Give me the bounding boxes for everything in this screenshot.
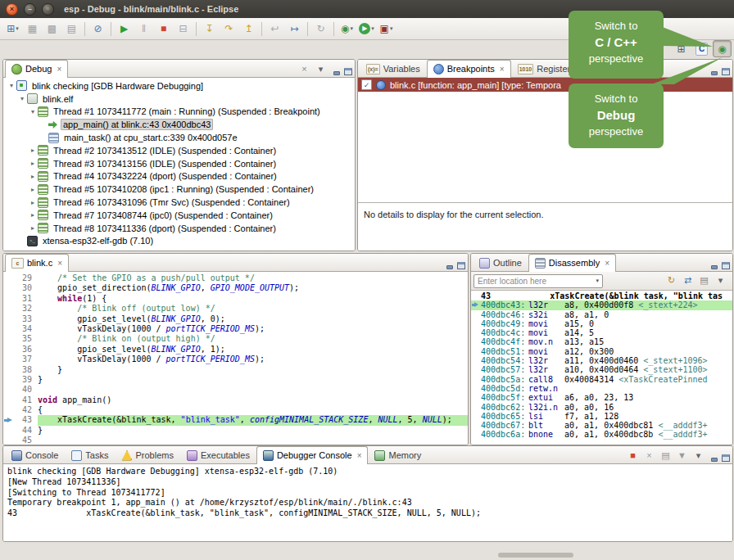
disassembly-listing[interactable]: 43 xTaskCreate(&blink_task, "blink_tas40…: [471, 291, 732, 445]
disassembly-instruction[interactable]: 400dbc5f:extuia6, a0, 23, 13: [471, 393, 732, 402]
debug-tree-item[interactable]: ▾blink.elf: [3, 93, 355, 106]
disassembly-instruction[interactable]: 400dbc62:l32i.na0, a0, 16: [471, 403, 732, 412]
remove-all-terminated-button[interactable]: ×: [297, 62, 311, 75]
code-line[interactable]: 36 gpio_set_level(BLINK_GPIO, 1);: [3, 345, 468, 355]
window-close-button[interactable]: [6, 3, 18, 16]
disassembly-instruction[interactable]: 400dbc51:movia12, 0x300: [471, 347, 732, 356]
tab-debug[interactable]: Debug×: [5, 60, 68, 78]
tree-expander-icon[interactable]: ▸: [28, 186, 38, 193]
disassembly-instruction[interactable]: 400dbc6a:bnonea0, a1, 0x400dbc8b<__adddf…: [471, 430, 732, 439]
tree-expander-icon[interactable]: ▸: [28, 160, 38, 167]
dropdown-arrow-icon[interactable]: ▾: [390, 25, 393, 32]
code-line[interactable]: 41void app_main(): [3, 395, 468, 405]
external-tools-button[interactable]: ▣▾: [377, 20, 396, 38]
restart-button[interactable]: ↻: [311, 20, 330, 38]
debug-tree-item[interactable]: ▸Thread #7 1073408744 (ipc0) (Suspended …: [3, 209, 355, 222]
code-line[interactable]: 30 gpio_set_direction(BLINK_GPIO, GPIO_M…: [3, 283, 468, 293]
instruction-stepping-button[interactable]: ↦: [285, 20, 304, 38]
window-minimize-button[interactable]: [24, 3, 36, 16]
new-wizard-button[interactable]: ⊞▾: [3, 20, 22, 38]
disconnect-button[interactable]: ⊟: [174, 20, 193, 38]
breakpoint-checkbox[interactable]: [361, 79, 372, 90]
tab-breakpoints[interactable]: Breakpoints×: [427, 60, 511, 78]
tab-problems[interactable]: Problems: [115, 446, 179, 463]
disassembly-instruction[interactable]: 400dbc4f:mov.na13, a15: [471, 337, 732, 346]
maximize-view-button[interactable]: [722, 262, 730, 269]
debug-tree-item[interactable]: ▸Thread #4 1073432224 (dport) (Suspended…: [3, 170, 355, 183]
disassembly-instruction[interactable]: 400dbc54:l32ra11, 0x400d0460<_stext+1096…: [471, 356, 732, 365]
tab-outline[interactable]: Outline: [473, 254, 528, 271]
minimize-view-button[interactable]: [710, 262, 718, 269]
debug-tree-item[interactable]: ▸Thread #8 1073411336 (dport) (Suspended…: [3, 222, 355, 235]
chevron-down-icon[interactable]: ▾: [596, 278, 599, 284]
view-menu-button[interactable]: ▾: [714, 273, 727, 287]
disassembly-instruction[interactable]: 400dbc65:lsif7, a1, 128: [471, 412, 732, 421]
maximize-view-button[interactable]: [722, 68, 730, 75]
disassembly-source-line[interactable]: 43 xTaskCreate(&blink_task, "blink_tas: [471, 291, 732, 300]
dropdown-arrow-icon[interactable]: ▾: [16, 25, 19, 32]
refresh-button[interactable]: ↻: [664, 273, 678, 287]
tree-expander-icon[interactable]: ▸: [28, 173, 38, 180]
minimize-view-button[interactable]: [446, 262, 454, 269]
console-output[interactable]: blink checking [GDB Hardware Debugging] …: [3, 464, 732, 541]
run-button[interactable]: ▶▾: [357, 20, 376, 38]
tab-console[interactable]: Console: [5, 446, 65, 463]
window-maximize-button[interactable]: [42, 3, 54, 16]
step-return-button[interactable]: ↥: [239, 20, 258, 38]
tree-expander-icon[interactable]: ▸: [28, 199, 38, 206]
skip-all-breakpoints-button[interactable]: ⊘: [88, 20, 107, 38]
debug-tree-item[interactable]: main_task() at cpu_start.c:339 0x400d057…: [3, 131, 355, 144]
code-line[interactable]: 35 /* Blink on (output high) */: [3, 334, 468, 344]
code-line[interactable]: 33 gpio_set_level(BLINK_GPIO, 0);: [3, 314, 468, 324]
disassembly-instruction[interactable]: 400dbc43:l32ra8, 0x400d00f8<_stext+224>: [471, 300, 732, 309]
minimize-view-button[interactable]: [333, 68, 341, 75]
disassembly-instruction[interactable]: 400dbc49:movia15, 0: [471, 319, 732, 328]
code-line[interactable]: 39}: [3, 375, 468, 385]
suspend-button[interactable]: ‖: [134, 20, 153, 38]
disassembly-instruction[interactable]: 400dbc5d:retw.n: [471, 384, 732, 393]
save-all-button[interactable]: ▩: [43, 20, 61, 38]
close-tab-icon[interactable]: ×: [57, 65, 61, 74]
step-into-button[interactable]: ↧: [200, 20, 219, 38]
code-line[interactable]: 43 xTaskCreate(&blink_task, "blink_task"…: [3, 415, 468, 425]
dropdown-arrow-icon[interactable]: ▾: [371, 25, 374, 32]
code-line[interactable]: 44}: [3, 426, 468, 436]
minimize-view-button[interactable]: [710, 68, 718, 75]
save-button[interactable]: ▦: [23, 20, 42, 38]
code-line[interactable]: 38 }: [3, 365, 468, 375]
tree-expander-icon[interactable]: ▸: [28, 147, 38, 154]
debug-tree-item[interactable]: ▸Thread #2 1073413512 (IDLE) (Suspended …: [3, 144, 355, 157]
tab-debugger-console[interactable]: Debugger Console×: [256, 446, 369, 464]
breakpoint-item[interactable]: blink.c [function: app_main] [type: Temp…: [358, 78, 732, 92]
location-combo[interactable]: Enter location here ▾: [473, 274, 603, 288]
tab-tasks[interactable]: Tasks: [65, 446, 115, 463]
maximize-view-button[interactable]: [722, 454, 730, 462]
code-line[interactable]: 34 vTaskDelay(1000 / portTICK_PERIOD_MS)…: [3, 324, 468, 334]
view-menu-button[interactable]: ▾: [314, 62, 328, 75]
dropdown-arrow-icon[interactable]: ▾: [350, 25, 353, 32]
debug-tree-item[interactable]: ▸Thread #3 1073413156 (IDLE) (Suspended …: [3, 157, 355, 170]
maximize-view-button[interactable]: [457, 262, 465, 269]
terminate-button[interactable]: ■: [626, 449, 640, 462]
code-editor[interactable]: 29 /* Set the GPIO as a push/pull output…: [3, 272, 468, 445]
maximize-view-button[interactable]: [344, 68, 352, 75]
close-tab-icon[interactable]: ×: [500, 65, 505, 74]
tab-disassembly[interactable]: Disassembly×: [528, 254, 616, 272]
code-line[interactable]: 31 while(1) {: [3, 294, 468, 304]
terminate-button[interactable]: ■: [154, 20, 173, 38]
tree-expander-icon[interactable]: ▾: [28, 108, 38, 115]
tab-memory[interactable]: Memory: [368, 446, 428, 463]
code-line[interactable]: 45: [3, 436, 468, 445]
debug-tree-item[interactable]: ▾Thread #1 1073411772 (main : Running) (…: [3, 106, 355, 119]
minimize-view-button[interactable]: [710, 454, 718, 462]
link-with-debug-context-button[interactable]: ⇄: [681, 273, 695, 287]
tree-expander-icon[interactable]: ▸: [28, 211, 38, 219]
debug-tree-item[interactable]: xtensa-esp32-elf-gdb (7.10): [3, 235, 355, 248]
remove-launch-button[interactable]: ×: [642, 449, 656, 462]
open-perspective-button[interactable]: ⊞: [672, 40, 691, 57]
code-line[interactable]: 32 /* Blink off (output low) */: [3, 304, 468, 314]
disassembly-instruction[interactable]: 400dbc57:l32ra10, 0x400d0464<_stext+1100…: [471, 365, 732, 374]
code-line[interactable]: 37 vTaskDelay(1000 / portTICK_PERIOD_MS)…: [3, 355, 468, 364]
disassembly-instruction[interactable]: 400dbc4c:movia14, 5: [471, 328, 732, 337]
resume-button[interactable]: ▶: [115, 20, 134, 38]
